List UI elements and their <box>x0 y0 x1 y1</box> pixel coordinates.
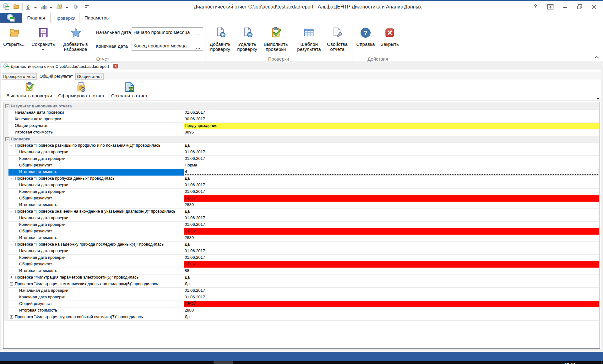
svg-text:?: ? <box>364 29 368 36</box>
